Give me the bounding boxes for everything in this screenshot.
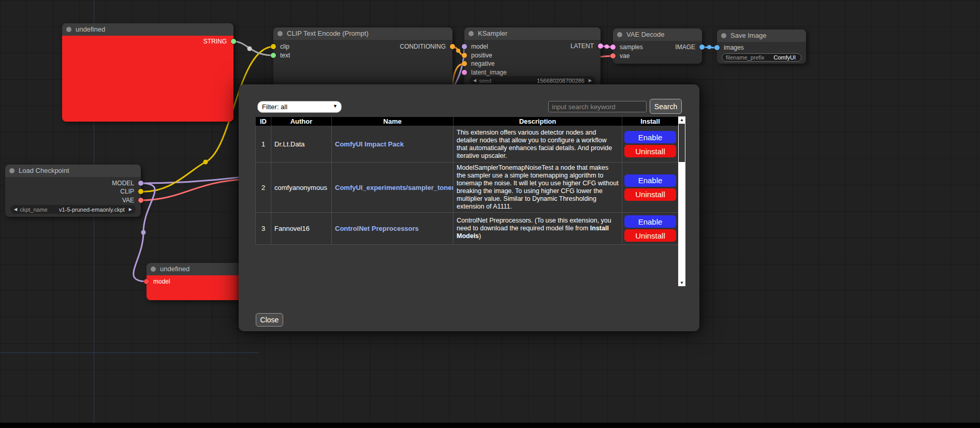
filter-select-wrap: Filter: all ▼ [257, 101, 342, 113]
enable-button[interactable]: Enable [624, 174, 676, 187]
vae-output-dot[interactable] [138, 198, 143, 203]
extension-author: Fannovel16 [271, 213, 332, 245]
extension-row: 1Dr.Lt.DataComfyUI Impact PackThis exten… [256, 126, 679, 163]
node-title-label: undefined [76, 25, 105, 33]
close-button[interactable]: Close [256, 313, 283, 327]
extension-name-link[interactable]: ControlNet Preprocessors [335, 225, 419, 232]
extensions-table-body: 1Dr.Lt.DataComfyUI Impact PackThis exten… [256, 126, 679, 245]
search-input[interactable] [548, 101, 647, 112]
latent-output-label: LATENT [571, 42, 594, 50]
seed-increment-icon[interactable]: ▶ [589, 78, 592, 83]
ckpt-name-widget[interactable]: ◀ ckpt_name v1-5-pruned-emaonly.ckpt ▶ [10, 205, 136, 214]
seed-widget-value: 156680208700286 [494, 78, 584, 84]
model-output-dot[interactable] [138, 181, 143, 186]
extension-name-cell: ComfyUI Impact Pack [332, 126, 454, 163]
negative-input-label: negative [471, 60, 494, 67]
extension-name-link[interactable]: ComfyUI Impact Pack [335, 140, 404, 148]
description-text: ModelSamplerTonemapNoiseTest a node that… [457, 164, 619, 210]
model-input-dot[interactable] [144, 279, 149, 284]
model-input-dot[interactable] [462, 44, 467, 49]
image-output-label: IMAGE [675, 43, 695, 51]
enable-button[interactable]: Enable [624, 215, 676, 228]
filename-prefix-widget[interactable]: filename_prefix ComfyUI [722, 53, 801, 62]
uninstall-button[interactable]: Uninstall [624, 229, 676, 242]
extension-description: ControlNet Preprocessors. (To use this e… [454, 213, 622, 245]
extension-install-cell: EnableUninstall [622, 126, 679, 163]
images-input-label: images [724, 44, 744, 51]
node-title-bar[interactable]: KSampler [464, 27, 601, 40]
filter-select[interactable]: Filter: all [257, 101, 342, 113]
collapse-dot-icon[interactable] [469, 31, 474, 36]
extensions-table-wrap: ID Author Name Description Install 1Dr.L… [255, 116, 678, 245]
description-text: ) [479, 232, 481, 240]
node-load-checkpoint[interactable]: Load Checkpoint MODEL CLIP VAE ◀ ckpt_na… [5, 165, 141, 217]
ckpt-widget-label: ckpt_name [20, 206, 48, 213]
collapse-dot-icon[interactable] [9, 168, 14, 173]
latent-output-dot[interactable] [598, 43, 603, 49]
header-name: Name [332, 117, 454, 126]
node-title-bar[interactable]: undefined [62, 23, 233, 36]
node-title-label: undefined [160, 265, 189, 273]
enable-button[interactable]: Enable [624, 131, 676, 143]
samples-input-dot[interactable] [610, 45, 616, 50]
node-undefined-string[interactable]: undefined STRING [62, 23, 233, 122]
extension-id: 1 [256, 126, 271, 163]
extensions-table: ID Author Name Description Install 1Dr.L… [255, 116, 679, 245]
latent-image-input-label: latent_image [471, 69, 507, 76]
extension-name-link[interactable]: ComfyUI_experiments/sampler_tonemap [335, 184, 454, 191]
seed-decrement-icon[interactable]: ◀ [473, 78, 476, 83]
negative-input-dot[interactable] [462, 61, 467, 66]
text-input-label: text [280, 52, 290, 59]
images-input-dot[interactable] [714, 45, 720, 50]
node-vae-decode[interactable]: VAE Decode samples vae IMAGE [613, 28, 702, 64]
extension-description: This extension offers various detector n… [454, 126, 622, 163]
clip-input-dot[interactable] [271, 44, 276, 49]
node-title-label: Load Checkpoint [19, 167, 69, 174]
scroll-down-icon[interactable]: ▼ [678, 279, 685, 286]
collapse-dot-icon[interactable] [277, 31, 283, 36]
ckpt-widget-value: v1-5-pruned-emaonly.ckpt [50, 206, 125, 213]
node-title-label: CLIP Text Encode (Prompt) [287, 29, 369, 37]
header-author: Author [271, 117, 332, 126]
latent-image-input-dot[interactable] [462, 70, 467, 75]
filename-prefix-label: filename_prefix [726, 54, 765, 61]
clip-output-dot[interactable] [138, 189, 143, 194]
node-title-bar[interactable]: Save Image [717, 29, 806, 42]
scroll-up-icon[interactable]: ▲ [678, 116, 685, 123]
model-input-label: model [153, 278, 170, 285]
seed-widget[interactable]: ◀ seed 156680208700286 ▶ [470, 76, 595, 85]
filename-prefix-value: ComfyUI [767, 54, 796, 61]
node-title-label: VAE Decode [626, 31, 664, 38]
image-output-dot[interactable] [699, 45, 705, 50]
scrollbar-thumb[interactable] [679, 124, 685, 162]
node-title-bar[interactable]: CLIP Text Encode (Prompt) [273, 27, 452, 40]
extension-install-cell: EnableUninstall [622, 163, 679, 213]
clip-input-label: clip [280, 43, 289, 50]
vae-input-dot[interactable] [610, 53, 616, 58]
positive-input-label: positive [471, 52, 492, 59]
positive-input-dot[interactable] [462, 53, 467, 58]
description-text: ControlNet Preprocessors. (To use this e… [457, 217, 611, 232]
text-input-dot[interactable] [271, 53, 276, 58]
description-text: This extension offers various detector n… [457, 129, 612, 159]
node-save-image[interactable]: Save Image images filename_prefix ComfyU… [717, 29, 806, 64]
table-scrollbar[interactable]: ▲ ▼ [678, 116, 685, 286]
ckpt-prev-icon[interactable]: ◀ [14, 207, 17, 212]
seed-widget-label: seed [479, 78, 491, 84]
extension-name-cell: ComfyUI_experiments/sampler_tonemap [332, 163, 454, 213]
custom-nodes-dialog: Filter: all ▼ Search ID Author Name Desc… [239, 84, 699, 331]
conditioning-output-dot[interactable] [450, 44, 455, 49]
collapse-dot-icon[interactable] [151, 267, 156, 272]
uninstall-button[interactable]: Uninstall [624, 145, 676, 157]
collapse-dot-icon[interactable] [66, 27, 71, 32]
ckpt-next-icon[interactable]: ▶ [129, 207, 132, 212]
string-output-dot[interactable] [231, 39, 236, 44]
uninstall-button[interactable]: Uninstall [624, 188, 676, 201]
search-button[interactable]: Search [650, 99, 682, 114]
collapse-dot-icon[interactable] [617, 32, 622, 37]
extension-description: ModelSamplerTonemapNoiseTest a node that… [454, 163, 622, 213]
node-title-bar[interactable]: VAE Decode [613, 28, 702, 41]
node-title-bar[interactable]: Load Checkpoint [5, 165, 141, 177]
collapse-dot-icon[interactable] [721, 33, 726, 38]
node-title-label: Save Image [730, 32, 766, 39]
